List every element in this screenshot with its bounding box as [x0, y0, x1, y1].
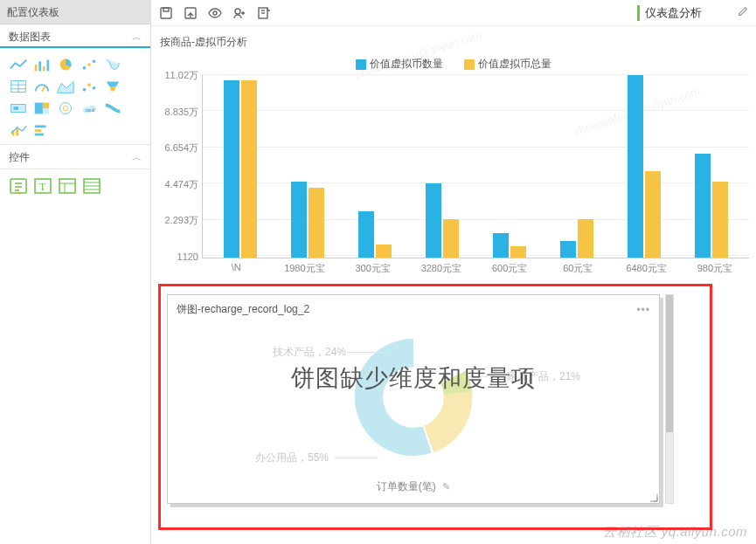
- bar[interactable]: [645, 171, 661, 258]
- scrollbar-thumb[interactable]: [666, 295, 673, 432]
- edit-footer-icon[interactable]: ✎: [442, 481, 450, 492]
- bar-group: [206, 75, 274, 258]
- bar[interactable]: [510, 246, 526, 258]
- bar-group: [341, 75, 408, 258]
- pie-card-title-text: 饼图-recharge_record_log_2: [177, 302, 309, 317]
- chart-type-wordcloud[interactable]: cloud: [79, 99, 100, 118]
- svg-rect-19: [14, 107, 19, 110]
- y-tick: 8.835万: [164, 105, 198, 118]
- chart-type-line[interactable]: [8, 55, 29, 74]
- bar[interactable]: [309, 188, 324, 258]
- chart-type-treemap[interactable]: [31, 99, 52, 118]
- svg-rect-0: [35, 65, 38, 71]
- bar[interactable]: [493, 233, 509, 258]
- title-marker: [637, 5, 640, 21]
- bar[interactable]: [695, 154, 711, 258]
- chart-type-area[interactable]: [55, 77, 76, 96]
- bar-group: [611, 75, 678, 258]
- y-tick: 4.474万: [164, 177, 198, 190]
- bar-chart-block: 按商品-虚拟币分析 zhuanjiafuwu@aliyun.com zhuanj…: [151, 26, 756, 275]
- chart-type-polar[interactable]: [55, 99, 76, 118]
- svg-text:cloud: cloud: [85, 108, 94, 113]
- share-icon[interactable]: [232, 5, 247, 21]
- bar-group: [678, 75, 746, 258]
- svg-rect-22: [43, 108, 49, 114]
- scrollbar[interactable]: [665, 294, 674, 504]
- y-tick: 1120: [177, 251, 198, 262]
- bar[interactable]: [628, 75, 643, 258]
- control-iframe[interactable]: [56, 175, 79, 197]
- bar-chart-legend: 价值虚拟币数量 价值虚拟币总量: [158, 57, 749, 75]
- bar[interactable]: [224, 80, 239, 258]
- legend-item-1[interactable]: 价值虚拟币数量: [356, 57, 443, 72]
- control-filter[interactable]: [7, 175, 30, 197]
- section-controls[interactable]: 控件 ︿: [0, 145, 150, 169]
- section-charts[interactable]: 数据图表 ︿: [0, 24, 150, 49]
- bar[interactable]: [560, 241, 576, 258]
- x-axis-labels: \N1980元宝300元宝3280元宝600元宝60元宝6480元宝980元宝: [158, 258, 749, 275]
- chart-type-pie[interactable]: [55, 55, 76, 74]
- more-icon[interactable]: •••: [636, 304, 650, 316]
- control-text[interactable]: T: [31, 175, 54, 197]
- config-sidebar: 配置仪表板 数据图表 ︿ cloud: [0, 0, 151, 544]
- bar[interactable]: [358, 211, 374, 258]
- pie-slice-label-a: 技术产品，24%: [273, 345, 346, 360]
- chevron-up-icon[interactable]: ︿: [132, 24, 142, 49]
- save-as-icon[interactable]: [183, 5, 198, 21]
- plot-area: [202, 75, 749, 258]
- bar[interactable]: [426, 183, 441, 258]
- svg-rect-1: [38, 61, 41, 71]
- svg-rect-31: [35, 129, 41, 132]
- chart-type-map[interactable]: [102, 55, 123, 74]
- edit-title-icon[interactable]: [737, 5, 749, 20]
- preview-icon[interactable]: [207, 5, 223, 21]
- x-tick: 600元宝: [475, 258, 544, 275]
- chevron-up-icon[interactable]: ︿: [132, 145, 142, 169]
- bar[interactable]: [291, 182, 307, 258]
- svg-point-5: [87, 63, 91, 66]
- chart-type-kpi[interactable]: [8, 99, 29, 118]
- chart-type-funnel[interactable]: [102, 77, 123, 96]
- main-content: 仪表盘分析 按商品-虚拟币分析 zhuanjiafuwu@aliyun.com …: [151, 0, 756, 544]
- chart-type-palette: cloud: [0, 49, 150, 145]
- chart-type-gauge[interactable]: [31, 77, 52, 96]
- legend-item-2[interactable]: 价值虚拟币总量: [464, 57, 551, 72]
- chart-type-scatter[interactable]: [79, 77, 100, 96]
- pie-slice-label-b: 家具产品，21%: [507, 369, 580, 384]
- chart-type-table[interactable]: [8, 77, 29, 96]
- x-tick: 300元宝: [339, 258, 407, 275]
- resize-handle-icon[interactable]: [646, 490, 658, 502]
- pie-slice-label-c: 办公用品，55%: [255, 451, 329, 465]
- x-tick: 980元宝: [681, 258, 749, 275]
- chart-type-combo[interactable]: [8, 121, 29, 140]
- dashboard-title-text: 仪表盘分析: [645, 5, 702, 21]
- bar[interactable]: [443, 219, 459, 258]
- x-tick: \N: [202, 258, 270, 275]
- bar[interactable]: [241, 80, 257, 258]
- svg-rect-21: [43, 103, 49, 108]
- chart-type-bar[interactable]: [31, 55, 52, 74]
- bar[interactable]: [376, 244, 392, 258]
- sidebar-panel-label: 配置仪表板: [7, 0, 59, 24]
- svg-marker-16: [107, 82, 120, 87]
- bar-group: [274, 75, 341, 258]
- control-tab[interactable]: [80, 175, 103, 197]
- svg-point-47: [235, 9, 240, 14]
- pie-card[interactable]: 饼图-recharge_record_log_2 ••• 技术产品，24% 家具…: [167, 294, 660, 504]
- svg-point-7: [93, 60, 96, 64]
- controls-palette: T: [0, 169, 150, 201]
- chart-type-sankey[interactable]: [102, 99, 123, 118]
- svg-line-12: [42, 86, 45, 92]
- svg-rect-32: [35, 134, 44, 136]
- bar[interactable]: [578, 219, 593, 258]
- chart-type-radar[interactable]: [79, 55, 100, 74]
- save-icon[interactable]: [158, 5, 174, 21]
- settings-icon[interactable]: [256, 5, 272, 21]
- chart-type-hbar[interactable]: [31, 121, 52, 140]
- bar[interactable]: [712, 182, 728, 258]
- svg-marker-17: [109, 86, 115, 92]
- y-tick: 2.293万: [164, 214, 198, 227]
- sidebar-panel-title: 配置仪表板: [0, 0, 150, 24]
- svg-rect-2: [43, 66, 45, 72]
- x-tick: 6480元宝: [613, 258, 681, 275]
